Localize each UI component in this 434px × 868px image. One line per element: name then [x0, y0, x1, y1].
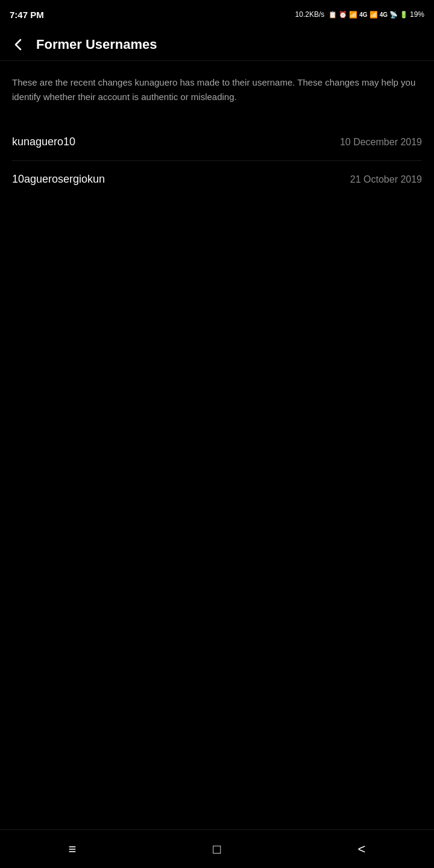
home-button[interactable]: □	[203, 835, 231, 864]
sim-icon: 📋	[329, 11, 337, 19]
description-text: These are the recent changes kunaguero h…	[12, 75, 422, 104]
username-list: kunaguero10 10 December 2019 10agueroser…	[12, 124, 422, 198]
status-icons: 10.2KB/s 📋 ⏰ 📶 4G 📶 4G 📡 🔋 19%	[295, 10, 424, 19]
home-icon: □	[213, 841, 221, 857]
alarm-icon: ⏰	[339, 11, 347, 19]
main-content: These are the recent changes kunaguero h…	[0, 61, 434, 829]
signal-4g-2: 📶	[370, 11, 378, 19]
menu-button[interactable]: ≡	[58, 835, 87, 864]
toolbar: Former Usernames	[0, 29, 434, 61]
username-row: kunaguero10 10 December 2019	[12, 124, 422, 161]
wifi-icon: 📡	[389, 11, 398, 19]
4g-label-1: 4G	[359, 11, 367, 18]
back-nav-icon: <	[358, 841, 366, 857]
status-bar: 7:47 PM 10.2KB/s 📋 ⏰ 📶 4G 📶 4G 📡 🔋 19%	[0, 0, 434, 29]
menu-icon: ≡	[69, 841, 77, 857]
signal-4g-1: 📶	[349, 11, 357, 19]
page-title: Former Usernames	[36, 37, 157, 52]
username-row: 10aguerosergiokun 21 October 2019	[12, 161, 422, 198]
bottom-nav: ≡ □ <	[0, 829, 434, 868]
status-time: 7:47 PM	[10, 10, 44, 20]
back-nav-button[interactable]: <	[347, 835, 376, 864]
4g-label-2: 4G	[380, 11, 388, 18]
back-button[interactable]	[10, 36, 27, 53]
network-speed-label: 10.2KB/s	[295, 10, 325, 19]
username-value: kunaguero10	[12, 136, 75, 148]
username-date: 10 December 2019	[340, 137, 422, 148]
battery-icon: 🔋	[400, 11, 408, 19]
username-value: 10aguerosergiokun	[12, 173, 105, 186]
battery-percent: 19%	[410, 10, 424, 19]
username-date: 21 October 2019	[350, 174, 422, 185]
